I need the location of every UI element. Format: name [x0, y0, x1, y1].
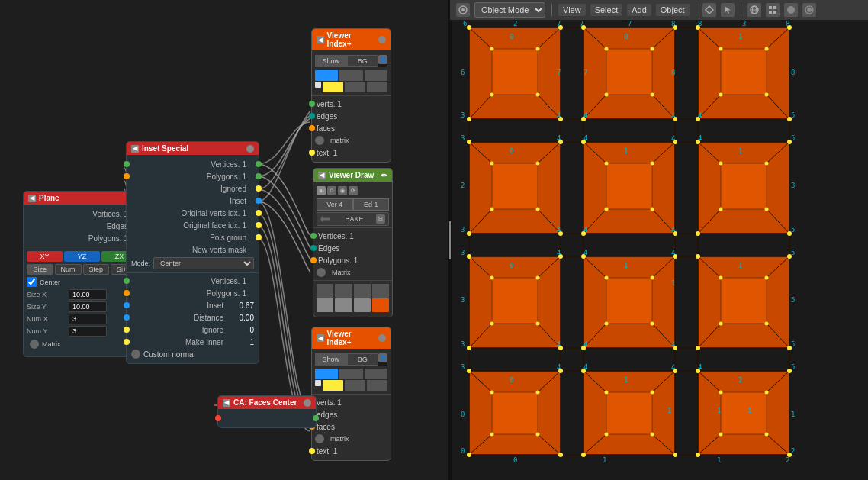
vi-bot-color6[interactable]	[367, 380, 387, 391]
vd-verts-in[interactable]	[310, 233, 317, 239]
cursor-icon[interactable]	[721, 3, 735, 17]
num-x-input[interactable]: 3	[69, 314, 107, 324]
grid-icon[interactable]	[766, 3, 780, 17]
inset-sub-pols-in[interactable]	[124, 290, 130, 296]
mode-select[interactable]: Object Mode Edit Mode	[474, 2, 545, 18]
inset-new-verts-label: New verts mask	[131, 246, 254, 254]
vi-bot-pin[interactable]	[378, 334, 386, 342]
vi-bot-collapse[interactable]: ◀	[317, 334, 324, 342]
inset-pols-out[interactable]	[256, 173, 262, 179]
color-swatch-gray4[interactable]	[367, 82, 387, 92]
sphere-icon[interactable]	[784, 3, 798, 17]
fc-pin[interactable]	[304, 399, 311, 407]
inset-pols-group-out[interactable]	[256, 234, 262, 240]
vd-edit-icon[interactable]: ✏	[381, 172, 387, 179]
color-swatch-gray2[interactable]	[365, 70, 387, 81]
axis-yz-btn[interactable]: YZ	[64, 251, 100, 262]
center-checkbox[interactable]	[27, 277, 37, 287]
svg-point-164	[605, 162, 609, 166]
vi-bot-color2[interactable]	[339, 369, 362, 379]
vd-color1[interactable]	[317, 284, 333, 298]
vi-top-edges-in[interactable]	[309, 113, 315, 119]
vi-top-collapse[interactable]: ◀	[317, 36, 324, 43]
vi-bot-show-tab[interactable]: Show	[315, 353, 347, 366]
step-tab[interactable]: Step	[83, 264, 110, 275]
vd-pols-in[interactable]	[310, 257, 317, 263]
vd-color2[interactable]	[335, 284, 352, 298]
vd-color4[interactable]	[372, 284, 389, 298]
vi-top-verts-in[interactable]	[309, 101, 315, 107]
vi-bot-color1[interactable]	[315, 369, 338, 379]
num-tab[interactable]: Num	[55, 264, 82, 275]
fc-socket-out[interactable]	[313, 415, 319, 421]
vd-color8[interactable]	[372, 298, 389, 312]
vi-top-person-icon[interactable]: 👤	[378, 55, 387, 64]
vi-top-show-tab[interactable]: Show	[315, 55, 347, 67]
color-swatch-blue[interactable]	[315, 70, 338, 81]
vi-bot-text-in[interactable]	[309, 448, 315, 454]
inset-dist-in[interactable]	[124, 314, 130, 321]
inset-make-inner-in[interactable]	[124, 339, 130, 345]
vd-ver-tab[interactable]: Ver 4	[317, 198, 353, 211]
vd-icon2[interactable]: ⊙	[327, 186, 336, 195]
global-icon[interactable]	[747, 3, 761, 17]
svg-point-163	[536, 208, 540, 211]
vi-top-bg-tab[interactable]: BG	[347, 55, 379, 67]
inset-mode-select[interactable]: Center Relative	[153, 257, 254, 269]
vi-bot-color3[interactable]	[365, 369, 387, 379]
inset-orig-verts-out[interactable]	[256, 210, 262, 216]
inset-verts-out[interactable]	[256, 161, 262, 167]
vi-bot-color5[interactable]	[345, 380, 365, 391]
inset-ignored-out[interactable]	[256, 185, 262, 192]
vd-color6[interactable]	[335, 298, 352, 312]
vd-icon4[interactable]: ⟳	[349, 186, 358, 195]
inset-new-verts-row: New verts mask	[127, 243, 259, 256]
inset-inset-val-in[interactable]	[124, 302, 130, 308]
vi-top-pin[interactable]	[378, 36, 386, 43]
add-btn[interactable]: Add	[627, 4, 651, 16]
vd-icon3[interactable]: ◉	[338, 186, 347, 195]
vi-top-faces-in[interactable]	[309, 125, 315, 131]
fc-socket-in[interactable]	[215, 415, 221, 421]
svg-text:1: 1	[738, 262, 742, 269]
num-y-input[interactable]: 3	[69, 326, 107, 337]
vd-collapse[interactable]: ◀	[318, 172, 326, 179]
inset-verts-in[interactable]	[124, 161, 130, 167]
color-swatch-gray1[interactable]	[339, 70, 362, 81]
svg-text:4: 4	[557, 340, 561, 348]
vi-bot-bg-tab[interactable]: BG	[347, 353, 379, 366]
vi-bot-color4[interactable]	[323, 380, 343, 391]
inset-orig-face-out[interactable]	[256, 222, 262, 228]
inset-ignore-in[interactable]	[124, 327, 130, 333]
inset-collapse-btn[interactable]: ◀	[131, 145, 139, 153]
vd-edges-in[interactable]	[310, 245, 317, 251]
vd-color5[interactable]	[317, 298, 333, 312]
plane-collapse-btn[interactable]: ◀	[28, 195, 36, 202]
render-icon[interactable]	[802, 3, 816, 17]
fc-collapse[interactable]: ◀	[223, 399, 230, 407]
view-btn[interactable]: View	[558, 4, 586, 16]
size-tab[interactable]: Size	[27, 264, 53, 275]
color-swatch-yellow[interactable]	[323, 82, 343, 92]
vd-color7[interactable]	[354, 298, 371, 312]
object-btn[interactable]: Object	[656, 4, 690, 16]
vd-bake-label[interactable]: BAKE	[333, 215, 376, 223]
panel-divider[interactable]	[448, 0, 452, 480]
vi-top-text-in[interactable]	[309, 150, 315, 156]
inset-inset-out[interactable]	[256, 198, 262, 204]
vd-eye-icon[interactable]: 👁	[317, 186, 326, 195]
vd-color3[interactable]	[354, 284, 371, 298]
size-y-input[interactable]: 10.00	[69, 301, 107, 312]
vi-bot-person-icon[interactable]: 👤	[378, 353, 387, 362]
axis-xy-btn[interactable]: XY	[27, 251, 63, 262]
vd-ed-tab[interactable]: Ed 1	[353, 198, 390, 211]
inset-pin-btn[interactable]	[246, 145, 254, 153]
transform-icon[interactable]	[702, 3, 716, 17]
size-x-input[interactable]: 10.00	[69, 289, 107, 300]
select-btn[interactable]: Select	[590, 4, 623, 16]
color-swatch-gray3[interactable]	[345, 82, 365, 92]
inset-sub-verts-in[interactable]	[124, 278, 130, 284]
vd-bake-btn[interactable]: ⊟	[376, 214, 385, 224]
inset-pols-in[interactable]	[124, 173, 130, 179]
vi-bot-colors	[312, 367, 391, 392]
